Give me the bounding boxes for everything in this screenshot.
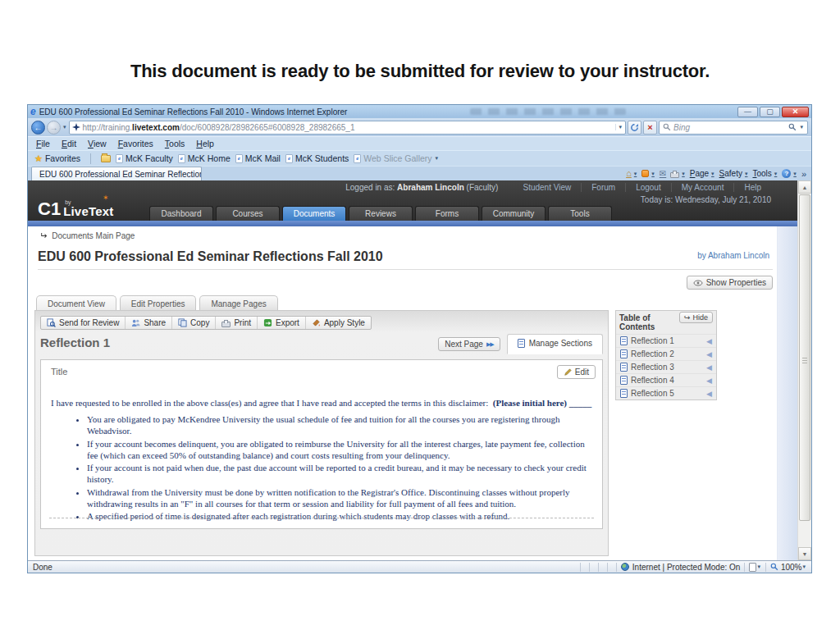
toolbar-overflow-icon[interactable]: » [801,169,806,179]
toc-item-reflection-3[interactable]: Reflection 3◀ [616,360,716,373]
read-mail-button[interactable]: ✉ [660,170,666,178]
print-button[interactable]: ▾ [670,170,686,178]
menu-help[interactable]: Help [196,139,214,148]
menu-favorites[interactable]: Favorites [118,139,153,148]
back-button[interactable]: ← [31,121,45,135]
list-item: A specified period of time is designated… [87,510,592,522]
breadcrumb[interactable]: ↵ Documents Main Page [39,231,135,240]
link-student-view[interactable]: Student View [513,183,581,192]
divider [49,518,594,518]
browser-tab[interactable]: EDU 600 Professional Ed Seminar Reflecti… [31,167,202,180]
menu-view[interactable]: View [88,139,107,148]
add-favorites-folder-icon[interactable] [101,155,111,162]
tab-reviews[interactable]: Reviews [349,206,413,221]
link-help[interactable]: Help [733,183,771,192]
scroll-down-button[interactable]: ▼ [798,547,811,560]
edit-button[interactable]: Edit [557,365,596,379]
livetext-logo[interactable]: C1 by LiveText ✶ [38,199,113,217]
apply-style-button[interactable]: Apply Style [306,317,371,329]
link-my-account[interactable]: My Account [671,183,734,192]
vertical-scrollbar[interactable]: ▲ ▼ [797,180,811,560]
logged-in-role: (Faculty) [467,183,499,192]
review-magnifier-icon [47,318,56,327]
document-icon [620,389,628,398]
history-dropdown-icon[interactable]: ▾ [62,124,67,130]
link-logout[interactable]: Logout [625,183,671,192]
tab-dashboard[interactable]: Dashboard [149,206,213,221]
menu-tools[interactable]: Tools [165,139,185,148]
favorites-bar: ★ Favorites eMcK Faculty eMcK Home eMcK … [28,150,811,166]
forward-button[interactable]: → [47,121,61,135]
disclaimer-list: You are obligated to pay McKendree Unive… [87,413,592,523]
send-for-review-button[interactable]: Send for Review [41,317,126,329]
toc-item-reflection-5[interactable]: Reflection 5◀ [616,386,716,399]
show-properties-button[interactable]: Show Properties [687,276,773,290]
copy-button[interactable]: Copy [172,317,216,329]
tab-documents[interactable]: Documents [282,206,346,221]
favorites-link-mck-mail[interactable]: eMcK Mail [235,153,281,163]
livetext-header: Logged in as: Abraham Lincoln (Faculty) … [28,180,797,221]
hide-toc-button[interactable]: ↪ Hide [679,312,713,323]
toc-item-reflection-2[interactable]: Reflection 2◀ [616,347,716,360]
search-input[interactable]: Bing ▾ [659,121,808,135]
manage-sections-button[interactable]: Manage Sections [507,334,603,354]
home-button[interactable]: ⌂▾ [626,169,637,178]
url-field[interactable]: http://training.livetext.com/doc/6008928… [69,121,626,135]
favorites-link-mck-home[interactable]: eMcK Home [178,153,231,163]
toc-item-reflection-1[interactable]: Reflection 1◀ [616,334,716,347]
minimize-button[interactable]: — [737,107,758,117]
menu-edit[interactable]: Edit [62,139,76,148]
document-icon [620,376,628,385]
zoom-dropdown-icon[interactable]: ▾ [801,564,806,570]
help-menu[interactable]: ?▾ [782,169,797,178]
feeds-button[interactable]: ▾ [641,170,655,177]
tab-forms[interactable]: Forms [415,206,479,221]
restore-button[interactable]: ▢ [760,107,780,117]
refresh-button[interactable] [628,121,641,135]
favorites-button[interactable]: ★ Favorites [34,153,80,164]
tools-menu[interactable]: Tools▾ [752,169,778,178]
tab-tools[interactable]: Tools [548,206,612,221]
chevron-down-icon[interactable]: ▾ [756,564,761,570]
print-button-doc[interactable]: Print [216,317,258,329]
document-icon [620,349,628,358]
search-go-icon[interactable] [788,123,797,131]
scroll-up-button[interactable]: ▲ [798,180,811,194]
toc-item-reflection-4[interactable]: Reflection 4◀ [616,373,716,386]
paint-bucket-icon [312,318,321,327]
search-dropdown-icon[interactable]: ▾ [799,124,804,130]
byline[interactable]: by Abraham Lincoln [697,251,769,260]
mail-icon: ✉ [660,170,666,178]
list-item: If your account becomes delinquent, you … [87,438,592,462]
next-page-button[interactable]: Next Page ▶▶ [438,337,500,351]
section-title: Reflection 1 [40,336,110,349]
tab-edit-properties[interactable]: Edit Properties [120,295,197,312]
stop-button[interactable]: × [643,121,657,135]
favorites-link-mck-faculty[interactable]: eMcK Faculty [116,153,173,163]
favorites-link-web-slice-gallery[interactable]: eWeb Slice Gallery▾ [354,153,439,163]
title-bar[interactable]: e EDU 600 Professional Ed Seminar Reflec… [28,105,811,118]
browser-viewport: Logged in as: Abraham Lincoln (Faculty) … [28,180,811,560]
title-label: Title [51,367,67,377]
export-button[interactable]: Export [258,317,306,329]
tab-courses[interactable]: Courses [216,206,280,221]
favorites-link-mck-students[interactable]: eMcK Students [285,153,349,163]
tab-document-view[interactable]: Document View [36,295,116,312]
page-menu[interactable]: Page▾ [690,169,715,178]
close-button[interactable]: ✕ [782,107,809,117]
security-zone-text: Internet | Protected Mode: On [632,563,741,572]
share-button[interactable]: Share [126,317,172,329]
safety-menu[interactable]: Safety▾ [719,169,749,178]
scrollbar-thumb[interactable] [799,194,810,521]
link-forum[interactable]: Forum [581,183,625,192]
eye-icon [693,280,703,286]
printer-icon [670,172,679,178]
page-fit-icon[interactable] [749,563,756,572]
menu-file[interactable]: File [36,139,50,148]
zoom-magnifier-icon[interactable] [770,563,778,571]
address-dropdown-icon[interactable]: ▾ [615,124,623,130]
page-icon: e [285,154,293,163]
tab-manage-pages[interactable]: Manage Pages [199,295,277,312]
zoom-level[interactable]: 100% [781,563,802,572]
tab-community[interactable]: Community [482,206,546,221]
